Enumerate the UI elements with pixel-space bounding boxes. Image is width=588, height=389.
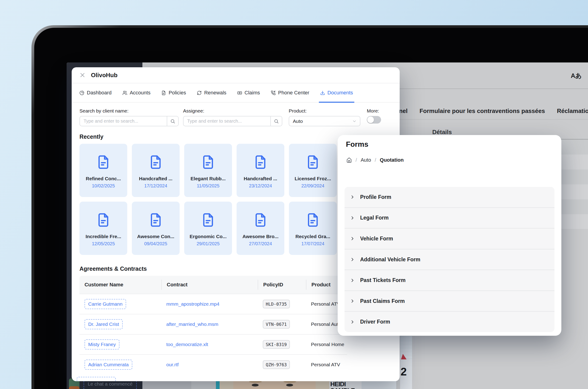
contract-file-link[interactable]: too_democratize.xlt <box>166 342 208 347</box>
license-edge <box>191 381 216 389</box>
column-header-customer: Customer Name <box>79 280 161 290</box>
banknote-icon <box>237 91 242 95</box>
document-card[interactable]: Elegant Rubb... 11/05/2025 <box>184 144 232 197</box>
breadcrumb-separator: / <box>375 157 376 163</box>
forms-list: Profile Form Legal Form Vehicle Form Add… <box>345 187 555 332</box>
client-name-label: Search by client name: <box>79 108 179 114</box>
product-cell: Personal ATV <box>306 362 347 367</box>
download-icon <box>320 91 325 95</box>
page-number-text: 2 <box>401 365 407 378</box>
tab-documents[interactable]: Documents <box>320 83 353 102</box>
customer-name-chip[interactable]: Adrian Cummerata <box>85 360 132 370</box>
form-item-legal[interactable]: Legal Form <box>345 207 555 228</box>
filter-bar: Search by client name: Assignee: <box>72 103 400 129</box>
tab-dashboard[interactable]: Dashboard <box>79 83 112 102</box>
assignee-search-input[interactable] <box>184 119 270 124</box>
contracts-table: Customer Name Contract PolicyID Product … <box>79 276 347 375</box>
contract-file-link[interactable]: after_married_who.msm <box>166 322 218 327</box>
policy-id-badge: VTN-0671 <box>263 320 290 329</box>
client-name-search-input[interactable] <box>80 119 167 124</box>
breadcrumb-separator: / <box>356 157 357 163</box>
product-select[interactable]: Auto <box>289 116 360 126</box>
search-button[interactable] <box>167 116 178 126</box>
tab-label: Policies <box>169 90 186 96</box>
form-item-past-tickets[interactable]: Past Tickets Form <box>345 270 555 291</box>
document-card[interactable]: Awesome Bro... 27/07/2024 <box>237 202 284 255</box>
search-button[interactable] <box>270 116 282 126</box>
form-item-vehicle[interactable]: Vehicle Form <box>345 228 555 249</box>
document-card[interactable]: Refined Conc... 10/02/2025 <box>79 144 127 197</box>
product-cell: Personal Home <box>306 342 347 347</box>
more-toggle[interactable] <box>367 116 381 124</box>
background-tab-claims[interactable]: Réclamations pa <box>557 107 588 115</box>
portrait-eye <box>252 384 259 387</box>
table-row: Carrie Gutmann mmm_apostrophize.mp4 HLD-… <box>79 294 347 314</box>
license-name-text: HEIDI SAMPLE <box>329 381 361 389</box>
document-date: 12/05/2025 <box>92 241 115 246</box>
pie-chart-icon <box>79 91 84 95</box>
background-details-label: Détails <box>432 129 452 136</box>
contract-file-link[interactable]: mmm_apostrophize.mp4 <box>166 301 219 307</box>
more-label: More: <box>367 108 381 114</box>
desktop-background: Aあ e additionel Formulaire pour les cont… <box>0 0 588 389</box>
document-name: Licensed Froz... <box>295 176 331 181</box>
table-row: Misty Franey too_democratize.xlt SKI-831… <box>79 334 347 354</box>
form-item-label: Additional Vehicle Form <box>360 257 420 263</box>
document-card[interactable]: Handcrafted ... 23/12/2024 <box>237 144 284 197</box>
form-item-profile[interactable]: Profile Form <box>345 187 555 207</box>
product-select-value: Auto <box>293 119 303 124</box>
translate-icon[interactable]: Aあ <box>571 72 582 80</box>
table-row: Dr. Jared Crist after_married_who.msm VT… <box>79 314 347 334</box>
document-card[interactable]: Awesome Con... 09/04/2025 <box>132 202 180 255</box>
partially-visible-row-chip <box>77 377 116 381</box>
tab-accounts[interactable]: Accounts <box>122 83 151 102</box>
tab-phone-center[interactable]: Phone Center <box>271 83 309 102</box>
document-card[interactable]: Incredible Fre... 12/05/2025 <box>79 202 127 255</box>
chat-list-item[interactable] <box>69 386 153 389</box>
form-item-past-claims[interactable]: Past Claims Form <box>345 291 555 311</box>
customer-name-chip[interactable]: Dr. Jared Crist <box>85 319 123 329</box>
policy-id-badge: SKI-8319 <box>263 340 290 349</box>
tab-policies[interactable]: Policies <box>161 83 186 102</box>
file-icon <box>161 91 166 95</box>
red-flag-shape <box>401 354 407 359</box>
tab-label: Renewals <box>204 90 227 96</box>
form-item-label: Past Claims Form <box>360 298 405 304</box>
document-card[interactable]: Recycled Gra... 17/07/2024 <box>289 202 337 255</box>
chevron-right-icon <box>350 320 355 324</box>
document-name: Recycled Gra... <box>295 234 330 239</box>
tab-label: Accounts <box>130 90 151 96</box>
form-item-additional-vehicle[interactable]: Additional Vehicle Form <box>345 249 555 270</box>
form-item-driver[interactable]: Driver Form <box>345 311 555 332</box>
tab-claims[interactable]: Claims <box>237 83 260 102</box>
close-icon[interactable] <box>79 72 85 78</box>
form-item-label: Past Tickets Form <box>360 277 406 283</box>
portrait-eye <box>286 384 293 387</box>
document-name: Handcrafted ... <box>139 176 172 181</box>
home-icon[interactable] <box>346 157 352 163</box>
breadcrumb-auto[interactable]: Auto <box>360 157 371 163</box>
background-image-strip: 2 <box>400 336 412 389</box>
chevron-right-icon <box>350 216 355 220</box>
customer-name-chip[interactable]: Misty Franey <box>85 339 119 350</box>
tab-renewals[interactable]: Renewals <box>197 83 227 102</box>
license-portrait <box>220 381 329 389</box>
toggle-knob <box>367 116 374 123</box>
chevron-right-icon <box>350 278 355 283</box>
document-name: Handcrafted ... <box>244 176 277 181</box>
customer-name-chip[interactable]: Carrie Gutmann <box>85 299 126 309</box>
document-name: Ergonomic Co... <box>190 234 227 239</box>
contract-file-link[interactable]: our.rtf <box>166 362 179 367</box>
document-icon <box>253 213 268 227</box>
document-card[interactable]: Licensed Froz... 22/09/2024 <box>289 144 337 197</box>
background-tab-past-tickets[interactable]: Formulaire pour les contraventions passé… <box>419 107 545 115</box>
assignee-label: Assignee: <box>183 108 282 114</box>
policy-id-badge: HLD-0735 <box>263 300 290 308</box>
document-card[interactable]: Ergonomic Co... 29/01/2025 <box>184 202 232 255</box>
tab-label: Claims <box>245 90 260 96</box>
document-date: 22/09/2024 <box>301 183 324 189</box>
document-icon <box>201 155 215 169</box>
document-card[interactable]: Handcrafted ... 17/12/2024 <box>132 144 180 197</box>
breadcrumb: / Auto / Quotation <box>346 157 404 163</box>
refresh-icon <box>197 91 202 95</box>
